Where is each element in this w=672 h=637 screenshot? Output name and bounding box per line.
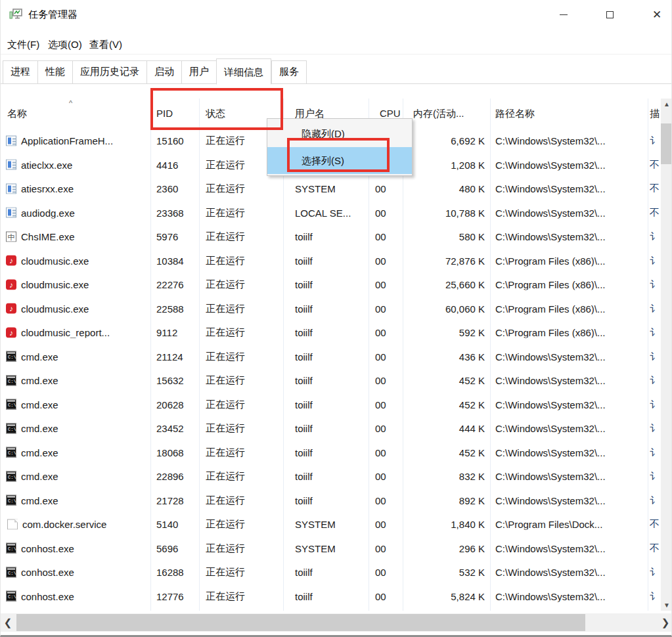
scroll-left-icon[interactable]: ❮ [1, 613, 15, 632]
column-header-cpu[interactable]: CPU [380, 108, 401, 119]
process-row[interactable]: cmd.exe 21728 正在运行 toiilf 00 892 K C:\Wi… [1, 489, 661, 513]
tab-3[interactable]: 应用历史记录 [72, 60, 146, 84]
process-pid-cell: 23368 [156, 207, 196, 218]
menu-file[interactable]: 文件(F) [7, 39, 39, 51]
process-user-cell: SYSTEM [295, 519, 365, 530]
scroll-down-icon[interactable]: ▼ [661, 600, 672, 611]
process-user-cell: toiilf [295, 567, 365, 578]
horizontal-scrollbar[interactable]: ❮ ❯ [1, 613, 672, 632]
process-row[interactable]: cmd.exe 18068 正在运行 toiilf 00 452 K C:\Wi… [1, 441, 661, 465]
menu-bar: 文件(F) 选项(O) 查看(V) [1, 34, 671, 55]
process-path-cell: C:\Windows\System32\... [495, 494, 645, 506]
process-user-cell: toiilf [295, 471, 365, 482]
process-path-cell: C:\Windows\System32\... [495, 207, 645, 218]
process-cpu-cell: 00 [375, 303, 400, 314]
process-row[interactable]: cmd.exe 22896 正在运行 toiilf 00 832 K C:\Wi… [1, 464, 661, 489]
process-row[interactable]: cloudmusic.exe 10384 正在运行 toiilf 00 72,8… [1, 249, 661, 273]
process-pid-cell: 4416 [156, 159, 196, 170]
cmd-process-icon [6, 351, 16, 362]
process-path-cell: C:\Windows\System32\... [495, 135, 645, 146]
process-name-cell: cmd.exe [6, 399, 149, 410]
process-clipped-cell: 讠 [650, 422, 660, 435]
process-status-cell: 正在运行 [206, 422, 279, 435]
process-user-cell: toiilf [295, 590, 365, 602]
vertical-scrollbar[interactable]: ▲ ▼ [661, 99, 672, 611]
process-row[interactable]: ChsIME.exe 5976 正在运行 toiilf 00 580 K C:\… [1, 225, 661, 249]
process-status-cell: 正在运行 [206, 350, 279, 362]
horizontal-scroll-thumb[interactable] [16, 614, 585, 631]
process-status-cell: 正在运行 [206, 374, 279, 387]
netease-process-icon [6, 303, 16, 314]
maximize-button[interactable] [598, 5, 621, 24]
process-row[interactable]: atiesrxx.exe 2360 正在运行 SYSTEM 00 480 K C… [1, 177, 661, 201]
task-manager-app-icon [9, 8, 22, 21]
process-row[interactable]: cmd.exe 21124 正在运行 toiilf 00 436 K C:\Wi… [1, 345, 661, 369]
process-row[interactable]: cmd.exe 20628 正在运行 toiilf 00 452 K C:\Wi… [1, 393, 661, 417]
process-status-cell: 正在运行 [206, 206, 279, 219]
process-pid-cell: 5140 [156, 519, 196, 530]
process-user-cell: toiilf [295, 231, 365, 242]
process-clipped-cell: 讠 [650, 326, 660, 339]
process-clipped-cell: 不 [650, 158, 660, 171]
process-path-cell: C:\Windows\System32\... [495, 542, 645, 554]
process-pid-cell: 2360 [156, 183, 196, 194]
process-pid-cell: 5976 [156, 231, 196, 242]
minimize-button[interactable] [552, 5, 575, 24]
column-header-name[interactable]: 名称 [7, 108, 27, 120]
exe-process-icon [6, 183, 16, 194]
exe-process-icon [6, 208, 16, 218]
process-cpu-cell: 00 [375, 255, 400, 266]
process-clipped-cell: 讠 [650, 398, 660, 410]
process-name-cell: audiodg.exe [6, 207, 149, 218]
process-status-cell: 正在运行 [206, 446, 279, 458]
process-row[interactable]: conhost.exe 16288 正在运行 toiilf 00 532 K C… [1, 560, 661, 584]
process-row[interactable]: cloudmusic_report... 9112 正在运行 toiilf 00… [1, 320, 661, 345]
process-memory-cell: 452 K [403, 447, 485, 458]
process-user-cell: toiilf [295, 423, 365, 434]
process-status-cell: 正在运行 [206, 542, 279, 554]
menu-options[interactable]: 选项(O) [48, 39, 82, 51]
column-header-path[interactable]: 路径名称 [495, 108, 535, 120]
scroll-up-icon[interactable]: ▲ [661, 99, 672, 110]
tab-5[interactable]: 用户 [181, 60, 216, 84]
process-row[interactable]: audiodg.exe 23368 正在运行 LOCAL SE... 00 10… [1, 201, 661, 225]
process-row[interactable]: conhost.exe 5696 正在运行 SYSTEM 00 296 K C:… [1, 537, 661, 561]
process-user-cell: LOCAL SE... [295, 207, 365, 218]
process-pid-cell: 15632 [156, 375, 196, 386]
process-pid-cell: 9112 [156, 327, 196, 338]
process-row[interactable]: cmd.exe 23452 正在运行 toiilf 00 444 K C:\Wi… [1, 416, 661, 441]
tab-6-active[interactable]: 详细信息 [216, 58, 271, 85]
process-path-cell: C:\Windows\System32\... [495, 351, 645, 362]
process-row[interactable]: cmd.exe 15632 正在运行 toiilf 00 452 K C:\Wi… [1, 368, 661, 393]
process-row[interactable]: com.docker.service 5140 正在运行 SYSTEM 00 1… [1, 512, 661, 537]
process-path-cell: C:\Windows\System32\... [495, 375, 645, 386]
process-name-cell: cmd.exe [6, 471, 149, 482]
scroll-right-icon[interactable]: ❯ [658, 613, 672, 632]
process-cpu-cell: 00 [375, 590, 400, 602]
process-memory-cell: 532 K [403, 567, 485, 578]
tab-2[interactable]: 性能 [37, 60, 72, 84]
tab-4[interactable]: 启动 [146, 60, 181, 84]
process-cpu-cell: 00 [375, 207, 400, 218]
column-header-memory[interactable]: 内存(活动... [413, 108, 487, 120]
process-name-cell: atiesrxx.exe [6, 183, 149, 194]
ime-process-icon [6, 231, 16, 242]
process-memory-cell: 72,876 K [403, 255, 485, 266]
process-memory-cell: 1,840 K [403, 519, 485, 530]
process-memory-cell: 580 K [403, 231, 485, 242]
process-cpu-cell: 00 [375, 351, 400, 362]
tab-1[interactable]: 进程 [3, 60, 37, 84]
menu-view[interactable]: 查看(V) [89, 39, 122, 51]
process-user-cell: toiilf [295, 494, 365, 506]
column-header-clipped[interactable]: 描述 [650, 108, 660, 120]
process-cpu-cell: 00 [375, 279, 400, 290]
cmd-process-icon [6, 447, 16, 458]
close-button[interactable]: ✕ [646, 5, 668, 24]
tab-7[interactable]: 服务 [271, 60, 307, 84]
process-name-cell: atieclxx.exe [6, 159, 149, 170]
process-row[interactable]: cloudmusic.exe 22588 正在运行 toiilf 00 60,0… [1, 297, 661, 321]
process-status-cell: 正在运行 [206, 302, 279, 315]
vertical-scroll-thumb[interactable] [661, 123, 672, 164]
process-row[interactable]: cloudmusic.exe 22276 正在运行 toiilf 00 25,6… [1, 273, 661, 297]
process-row[interactable]: conhost.exe 12776 正在运行 toiilf 00 5,824 K… [1, 584, 661, 609]
